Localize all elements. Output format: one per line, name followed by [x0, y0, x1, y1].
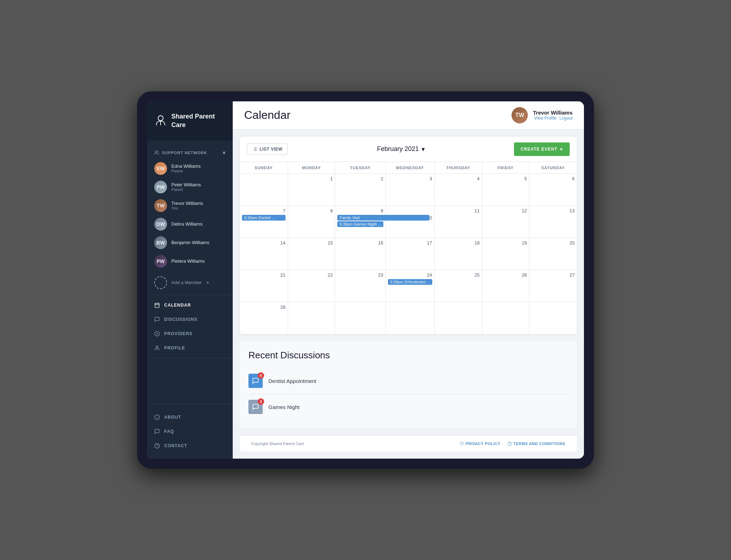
- col-tuesday: TUESDAY: [335, 162, 385, 174]
- day-cell-15[interactable]: 15: [288, 238, 335, 270]
- nav-item-profile[interactable]: PROFILE: [147, 341, 233, 355]
- list-view-label: LIST VIEW: [259, 147, 282, 152]
- about-icon: [154, 414, 160, 420]
- sidebar-item-peter[interactable]: PW Peter Williams Parent: [147, 178, 233, 196]
- day-cell[interactable]: 2: [335, 173, 385, 206]
- day-cell-23[interactable]: 23: [335, 270, 385, 302]
- event-games-night[interactable]: 6:30pm Games Night ...: [337, 221, 383, 227]
- day-cell[interactable]: 5: [482, 173, 529, 206]
- nav-item-discussions[interactable]: DISCUSSIONS: [147, 312, 233, 327]
- discussion-item-games[interactable]: 2 Games Night: [248, 394, 568, 420]
- day-cell-9[interactable]: 9 Family Visit 6:30pm Games Night ...: [335, 206, 385, 238]
- calendar-week-4: 21 22 23 24 3:30pm Orthodontist ... 25 2…: [240, 270, 577, 302]
- day-cell-21[interactable]: 21: [240, 270, 288, 302]
- terms-link[interactable]: TERMS AND CONDITIONS: [508, 442, 565, 446]
- event-dentist[interactable]: 9:30am Dentist ...: [242, 215, 286, 221]
- member-name-benjamin: Benjamin Williams: [171, 240, 209, 245]
- calendar-nav-icon: [154, 302, 160, 308]
- day-cell-19[interactable]: 19: [482, 238, 529, 270]
- event-family-visit[interactable]: Family Visit: [337, 215, 429, 221]
- nav-label-profile: PROFILE: [164, 345, 185, 350]
- day-cell-empty2[interactable]: [335, 302, 385, 334]
- user-links: View Profile Logout: [534, 116, 573, 121]
- avatar-debra: DW: [154, 218, 167, 231]
- day-cell-22[interactable]: 22: [288, 270, 335, 302]
- user-avatar: TW: [511, 107, 528, 123]
- nav-item-providers[interactable]: PROVIDERS: [147, 327, 233, 341]
- discussions-nav-icon: [154, 317, 160, 322]
- member-role-peter: Parent: [171, 187, 201, 192]
- day-cell-empty6[interactable]: [529, 302, 577, 334]
- day-cell-17[interactable]: 17: [385, 238, 434, 270]
- nav-item-faq[interactable]: FAQ: [147, 424, 233, 439]
- calendar-week-3: 14 15 16 17 18 19 20: [240, 238, 577, 270]
- logo-icon: [154, 115, 167, 127]
- add-member-button[interactable]: Add a Member +: [147, 273, 233, 292]
- day-cell-10[interactable]: 10: [385, 206, 434, 238]
- copyright: Copyright Shared Parent Care: [251, 442, 304, 446]
- day-cell[interactable]: 1: [288, 173, 335, 206]
- avatar-benjamin: BW: [154, 236, 167, 249]
- discussion-item-dentist[interactable]: 6 Dentist Appointment: [248, 368, 568, 394]
- add-member-avatar-placeholder: [154, 276, 167, 289]
- nav-divider-2: [147, 358, 233, 358]
- sidebar-item-benjamin[interactable]: BW Benjamin Williams: [147, 233, 233, 252]
- support-network-header[interactable]: SUPPORT NETWORK ▾: [147, 146, 233, 159]
- day-cell-12[interactable]: 12: [482, 206, 529, 238]
- month-chevron-icon[interactable]: ▾: [422, 145, 425, 153]
- view-profile-link[interactable]: View Profile: [534, 116, 556, 121]
- day-cell-20[interactable]: 20: [529, 238, 577, 270]
- day-cell-24[interactable]: 24 3:30pm Orthodontist ...: [385, 270, 434, 302]
- sidebar-item-trevor[interactable]: TW Trevor Williams You: [147, 196, 233, 215]
- day-cell-13[interactable]: 13: [529, 206, 577, 238]
- nav-item-contact[interactable]: CONTACT: [147, 439, 233, 453]
- avatar-peter: PW: [154, 181, 167, 193]
- day-cell-empty4[interactable]: [434, 302, 482, 334]
- user-info: Trevor Williams View Profile Logout: [533, 110, 573, 121]
- page-title: Calendar: [244, 109, 511, 122]
- day-cell-empty3[interactable]: [385, 302, 434, 334]
- calendar-week-1: 1 2 3 4 5 6: [240, 173, 577, 206]
- sidebar-header: Shared Parent Care: [147, 101, 233, 141]
- day-cell-16[interactable]: 16: [335, 238, 385, 270]
- sidebar-item-pietera[interactable]: PW Pietera Williams: [147, 252, 233, 271]
- list-view-button[interactable]: LIST VIEW: [247, 143, 288, 155]
- privacy-policy-link[interactable]: PRIVACY POLICY: [460, 442, 500, 446]
- member-role-edna: Parent: [171, 169, 201, 173]
- day-cell-28[interactable]: 28: [240, 302, 288, 334]
- day-cell[interactable]: 4: [434, 173, 482, 206]
- people-icon: [154, 150, 159, 155]
- logout-link[interactable]: Logout: [559, 116, 573, 121]
- nav-item-calendar[interactable]: CALENDAR: [147, 298, 233, 312]
- day-cell-25[interactable]: 25: [434, 270, 482, 302]
- discussions-section: Recent Discussions 6 Dentist Appointment: [240, 341, 577, 428]
- nav-label-discussions: DISCUSSIONS: [164, 317, 197, 322]
- day-cell-7[interactable]: 7 9:30am Dentist ...: [240, 206, 288, 238]
- nav-divider-1: [147, 295, 233, 295]
- event-orthodontist[interactable]: 3:30pm Orthodontist ...: [388, 279, 432, 285]
- discussion-label-games: Games Night: [268, 404, 300, 410]
- member-name-edna: Edna Williams: [171, 163, 201, 169]
- sidebar-item-edna[interactable]: EW Edna Williams Parent: [147, 159, 233, 178]
- sidebar-item-debra[interactable]: DW Debra Williams: [147, 215, 233, 233]
- day-cell[interactable]: 6: [529, 173, 577, 206]
- member-name-trevor: Trevor Williams: [171, 201, 203, 206]
- day-cell-26[interactable]: 26: [482, 270, 529, 302]
- day-cell[interactable]: 3: [385, 173, 434, 206]
- day-cell-27[interactable]: 27: [529, 270, 577, 302]
- tablet-screen: Shared Parent Care SUPPORT NETWORK ▾: [147, 101, 584, 459]
- day-cell-empty1[interactable]: [288, 302, 335, 334]
- nav-item-about[interactable]: ABOUT: [147, 410, 233, 424]
- day-cell-8[interactable]: 8: [288, 206, 335, 238]
- day-cell-11[interactable]: 11: [434, 206, 482, 238]
- day-cell[interactable]: [240, 173, 288, 206]
- contact-icon: [154, 443, 160, 449]
- day-cell-18[interactable]: 18: [434, 238, 482, 270]
- day-cell-14[interactable]: 14: [240, 238, 288, 270]
- day-cell-empty5[interactable]: [482, 302, 529, 334]
- chevron-down-icon: ▾: [223, 150, 226, 156]
- calendar-week-5: 28: [240, 302, 577, 334]
- svg-point-10: [156, 346, 158, 348]
- sidebar-nav: SUPPORT NETWORK ▾ EW Edna Williams Paren…: [147, 141, 233, 404]
- create-event-button[interactable]: CREATE EVENT +: [514, 142, 570, 156]
